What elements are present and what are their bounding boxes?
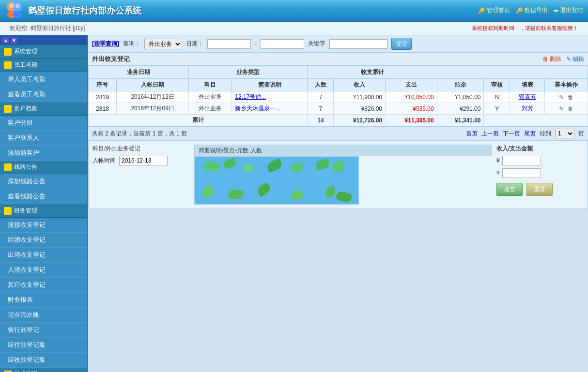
sidebar-item-receivable[interactable]: 应收款登记集 [0, 353, 87, 368]
income-row: ¥ [496, 156, 584, 165]
sidebar-item-incoming-register[interactable]: 接接收支登记 [0, 218, 87, 233]
sidebar-up-btn[interactable]: ▲ [2, 37, 9, 44]
form-middle: 简要说明/景点-元数 人数 [194, 145, 492, 205]
sidebar-item-outbound-register[interactable]: 出境收支登记 [0, 248, 87, 263]
cell-expense-1: ¥10,850.00 [386, 91, 437, 103]
form-submit-btn[interactable]: 提交 [496, 183, 523, 196]
sidebar-item-add-customer[interactable]: 添加新客户 [0, 146, 87, 161]
edit-link[interactable]: ✎ 编辑 [566, 55, 584, 63]
total-balance: ¥1,341.00 [437, 115, 484, 126]
svg-point-5 [15, 3, 20, 8]
sidebar-item-customer-group[interactable]: 客户分组 [0, 116, 87, 131]
edit-op-1[interactable]: ✎ [559, 94, 564, 101]
date-to-input[interactable] [261, 39, 304, 49]
sidebar-section-label-finance: 财务管理 [14, 207, 37, 215]
sidebar-item-bank-register[interactable]: 银行账登记 [0, 323, 87, 338]
sidebar-section-label-customer: 客户档案 [14, 104, 37, 113]
form-reset-btn[interactable]: 重置 [526, 183, 553, 196]
delete-op-2[interactable]: 🗑 [568, 105, 573, 112]
last-page-btn[interactable]: 尾页 [524, 130, 536, 138]
key-icon: 🔑 [478, 7, 485, 14]
sidebar-item-other-register[interactable]: 其它收支登记 [0, 278, 87, 293]
sidebar-item-add-route[interactable]: 添加线路公告 [0, 174, 87, 189]
expense-input[interactable] [502, 168, 541, 178]
sidebar-item-cashflow[interactable]: 现金流水账 [0, 308, 87, 323]
submit-btn[interactable]: 提交 [391, 38, 412, 50]
cell-desc-1[interactable]: 12.17号鹤... [232, 91, 308, 103]
sidebar: ▲ ▼ 系统管理 员工考勤 录入员工考勤 查看员工考勤 客户档案 客户分组 客户… [0, 35, 88, 372]
nav-home[interactable]: 🔑管理首页 [478, 6, 510, 15]
folder-icon-customer [4, 105, 12, 113]
sidebar-section-commission: 提成管理 [0, 368, 87, 372]
toolbar: [按季查询] 查询： 外出业务 日期： - 关键字 提交 [88, 35, 588, 53]
arrow-icon: ➡ [554, 7, 558, 14]
table-section: 外出收支登记 🗑 删除 ✎ 编辑 业务日期 业务类型 [88, 53, 588, 126]
nav-export[interactable]: 🔑数据导出 [516, 6, 548, 15]
th-ops: 基本操作 [544, 79, 588, 91]
cell-filler-1[interactable]: 郭素芳 [510, 91, 544, 103]
th-category: 科目 [189, 79, 232, 91]
pagination-bar: 共有 2 条记录，当前第 1 页，共 1 页 首页 上一页 下一页 尾页 转到 … [88, 126, 588, 140]
page-unit: 页 [578, 130, 584, 138]
key-icon2: 🔑 [516, 7, 523, 14]
nav-logout[interactable]: ➡退出登陆 [554, 6, 583, 15]
cell-filler-2[interactable]: 刘芳 [510, 103, 544, 115]
delete-link[interactable]: 🗑 删除 [542, 55, 561, 63]
edit-op-2[interactable]: ✎ [559, 105, 564, 112]
th-desc: 简要说明 [232, 79, 308, 91]
sidebar-item-payable[interactable]: 应付款登记集 [0, 338, 87, 353]
sidebar-section-finance: 财务管理 [0, 204, 87, 218]
form-left: 科目/外出业务登记 入帐时间 [93, 145, 189, 165]
sidebar-item-record-attendance[interactable]: 录入员工考勤 [0, 72, 87, 87]
header-nav: 🔑管理首页 🔑数据导出 ➡退出登陆 [478, 6, 583, 15]
cell-desc-2[interactable]: 新乡天沐温泉一... [232, 103, 308, 115]
sidebar-section-label-attendance: 员工考勤 [14, 61, 37, 69]
data-table: 业务日期 业务类型 收支累计 序号 入帐日期 科目 简要说明 人数 收入 支出 … [88, 66, 588, 126]
svg-point-4 [9, 3, 14, 8]
cell-id-1: 2819 [89, 91, 117, 103]
date-label: 日期： [186, 40, 203, 48]
category-label: 科目/外出业务登记 [93, 145, 140, 153]
keyword-label: 关键字 [308, 40, 325, 48]
form-date-row: 入帐时间 [93, 156, 189, 165]
date-input-form[interactable] [119, 156, 168, 165]
date-label-form: 入帐时间 [93, 157, 117, 165]
query-type-select[interactable]: 外出业务 [144, 39, 182, 49]
sidebar-section-attendance: 员工考勤 [0, 59, 87, 72]
date-from-input[interactable] [207, 39, 251, 49]
prev-page-btn[interactable]: 上一页 [481, 130, 499, 138]
trash-icon: 🗑 [542, 56, 548, 62]
delete-op-1[interactable]: 🗑 [568, 94, 573, 101]
cell-audit-1: N [484, 91, 510, 103]
sidebar-section-label-system: 系统管理 [14, 47, 37, 56]
sidebar-section-label-route: 线路公告 [14, 163, 37, 171]
th-audit: 审核 [484, 79, 510, 91]
total-count: 14 [308, 115, 334, 126]
sidebar-item-view-attendance[interactable]: 查看员工考勤 [0, 87, 87, 102]
table-row: 2818 2016年12月09日 外出业务 新乡天沐温泉一... 7 ¥826.… [89, 103, 588, 115]
expense-row: ¥ [496, 168, 584, 178]
app-title: 鹤壁假日旅行社内部办公系统 [28, 5, 141, 16]
sidebar-item-group-register[interactable]: 组团收支登记 [0, 233, 87, 248]
sidebar-down-btn[interactable]: ▼ [11, 37, 17, 44]
cell-ops-2: ✎ 🗑 [544, 103, 588, 115]
income-input[interactable] [502, 156, 541, 165]
cell-cat-1: 外出业务 [189, 91, 232, 103]
sidebar-item-customer-contact[interactable]: 客户联系人 [0, 131, 87, 146]
page-nav: 首页 上一页 下一页 尾页 转到 1 页 [466, 129, 584, 138]
th-filler: 填表 [510, 79, 544, 91]
cell-balance-2: ¥291.00 [437, 103, 484, 115]
sidebar-item-inbound-register[interactable]: 入境收支登记 [0, 263, 87, 278]
page-select[interactable]: 1 [555, 129, 574, 138]
sidebar-item-view-route[interactable]: 查看线路公告 [0, 189, 87, 204]
sidebar-item-finance-report[interactable]: 财务报表 [0, 293, 87, 308]
form-right: 收入/支出金额 ¥ ¥ 提交 重置 [496, 145, 584, 196]
season-query-link[interactable]: [按季查询] [92, 40, 119, 48]
col-group-empty [437, 66, 588, 79]
keyword-input[interactable] [329, 39, 387, 49]
next-page-btn[interactable]: 下一页 [503, 130, 520, 138]
first-page-btn[interactable]: 首页 [466, 130, 478, 138]
svg-point-3 [13, 11, 22, 18]
delete-label: 删除 [550, 55, 561, 63]
form-category-row: 科目/外出业务登记 [93, 145, 189, 153]
